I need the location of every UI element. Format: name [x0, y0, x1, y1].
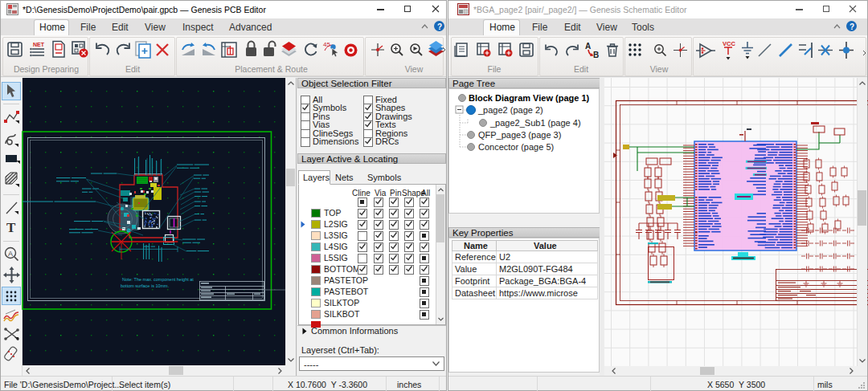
svg-text:B: B [593, 51, 599, 59]
svg-text:NET: NET [33, 42, 45, 47]
svg-text:Note: The max. component heigh: Note: The max. component height at [122, 277, 194, 282]
svg-text:A: A [8, 250, 13, 258]
svg-text:bottom surface is 10mm.: bottom surface is 10mm. [121, 283, 170, 288]
svg-text:A: A [585, 42, 591, 51]
svg-text:VCC: VCC [723, 40, 735, 47]
